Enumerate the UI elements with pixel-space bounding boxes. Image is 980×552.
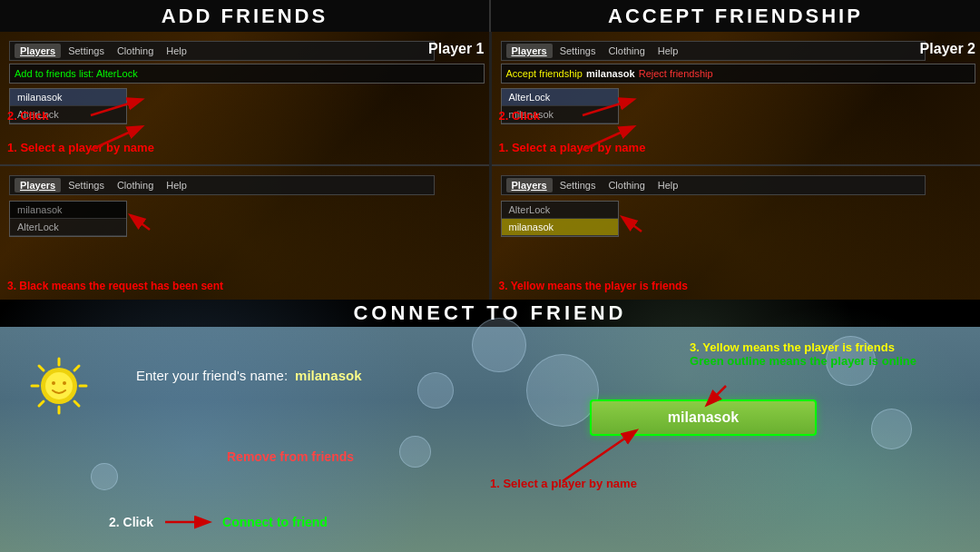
svg-line-16: [74, 366, 79, 370]
connect-btn-area: 2. Click Connect to friend: [109, 513, 328, 531]
menu-help-1b[interactable]: Help: [161, 178, 192, 192]
svg-line-14: [39, 366, 44, 370]
sun-svg: [27, 354, 91, 418]
step2-label-2: 2. Click: [499, 109, 541, 123]
step1-connect: 1. Select a player by name: [490, 477, 637, 490]
accept-action-bar: Accept friendship milanasok Reject frien…: [501, 64, 976, 84]
friend-player-button[interactable]: milanasok: [590, 399, 817, 436]
add-friends-menu-bar-2: Players Settings Clothing Help: [9, 175, 435, 195]
connect-to-friend-section: CONNECT TO FRIEND Enter your friend's na…: [0, 300, 980, 552]
menu-settings-1[interactable]: Settings: [63, 44, 110, 58]
accept-player-list-2: AlterLock milanasok: [501, 201, 619, 237]
svg-point-7: [45, 372, 73, 399]
menu-clothing-1b[interactable]: Clothing: [112, 178, 159, 192]
menu-clothing-2[interactable]: Clothing: [603, 44, 650, 58]
menu-settings-2[interactable]: Settings: [554, 44, 602, 58]
accept-friendship-link[interactable]: Accept friendship: [506, 68, 583, 79]
add-friends-player-list-2: milanasok AlterLock: [9, 201, 127, 237]
player-row-alterlock-2[interactable]: AlterLock: [10, 219, 126, 236]
svg-line-15: [74, 401, 79, 406]
accept-friendship-title: ACCEPT FRIENDSHIP: [608, 5, 863, 28]
menu-help-2[interactable]: Help: [652, 44, 684, 58]
player2-label: Player 2: [920, 41, 975, 57]
top-section: ADD FRIENDS ACCEPT FRIENDSHIP Players Se…: [0, 0, 980, 300]
svg-line-20: [563, 431, 635, 481]
bubble-1: [472, 318, 526, 372]
menu-players-1[interactable]: Players: [15, 44, 61, 58]
menu-help-2b[interactable]: Help: [652, 178, 684, 192]
friend-player-name: milanasok: [668, 409, 739, 426]
sun-icon: [27, 354, 91, 418]
menu-settings-1b[interactable]: Settings: [63, 178, 110, 192]
bubble-6: [871, 409, 912, 449]
step1-label-1: 1. Select a player by name: [7, 141, 154, 154]
add-friends-menu-bar: Players Settings Clothing Help: [9, 41, 435, 61]
step3-label-2: 3. Yellow means the player is friends: [499, 280, 689, 292]
add-to-friends-link[interactable]: Add to friends list: AlterLock: [15, 68, 138, 79]
menu-clothing-2b[interactable]: Clothing: [603, 178, 650, 192]
note-area: 3. Yellow means the player is friends Gr…: [690, 340, 916, 368]
friend-input-area: Enter your friend's name: milanasok: [136, 368, 361, 383]
svg-point-9: [63, 381, 66, 385]
step1-label-2: 1. Select a player by name: [499, 141, 646, 154]
accept-menu-bar-2: Players Settings Clothing Help: [501, 175, 926, 195]
player1-label: Player 1: [428, 41, 484, 57]
note3b: Green outline means the player is online: [690, 354, 916, 368]
accept-friendship-panel: Players Settings Clothing Help Player 2 …: [492, 32, 981, 300]
menu-players-2b[interactable]: Players: [506, 178, 553, 192]
add-friends-title: ADD FRIENDS: [162, 5, 328, 28]
step3-label-1: 3. Black means the request has been sent: [7, 280, 223, 292]
add-friends-header: ADD FRIENDS: [0, 0, 489, 32]
add-friends-action-bar: Add to friends list: AlterLock: [9, 64, 485, 84]
step2-label-1: 2. Click: [7, 109, 49, 123]
player-row-milanasok-1[interactable]: milanasok: [10, 89, 126, 106]
friend-name-value: milanasok: [295, 368, 361, 383]
connect-to-friend-link[interactable]: Connect to friend: [222, 515, 328, 529]
bubble-7: [91, 463, 118, 490]
player-row-alterlock-2b[interactable]: AlterLock: [502, 202, 618, 219]
svg-line-2: [132, 216, 150, 230]
accept-friendship-header: ACCEPT FRIENDSHIP: [491, 0, 980, 32]
bubble-3: [526, 354, 599, 427]
accept-menu-bar: Players Settings Clothing Help: [501, 41, 926, 61]
connect-arrow: [161, 513, 215, 531]
menu-clothing-1[interactable]: Clothing: [112, 44, 159, 58]
player-row-milanasok-2[interactable]: milanasok: [10, 202, 126, 219]
step2-connect-label: 2. Click: [109, 515, 153, 529]
remove-friends-label: Remove from friends: [227, 449, 354, 464]
accept-player-name: milanasok: [586, 68, 635, 79]
friend-input-label: Enter your friend's name:: [136, 368, 288, 383]
bubble-2: [417, 372, 454, 409]
add-friends-panel: Players Settings Clothing Help Player 1 …: [0, 32, 489, 300]
reject-friendship-link[interactable]: Reject friendship: [639, 68, 713, 79]
menu-players-2[interactable]: Players: [506, 44, 553, 58]
player-row-alterlock-acc[interactable]: AlterLock: [502, 89, 618, 106]
player-row-milanasok-yellow[interactable]: milanasok: [502, 219, 618, 236]
menu-help-1[interactable]: Help: [161, 44, 192, 58]
menu-settings-2b[interactable]: Settings: [554, 178, 602, 192]
panels-content: Players Settings Clothing Help Player 1 …: [0, 32, 980, 300]
note3a: 3. Yellow means the player is friends: [690, 340, 916, 354]
svg-line-17: [39, 401, 44, 406]
svg-line-5: [623, 218, 642, 232]
bubble-4: [399, 436, 431, 468]
menu-players-1b[interactable]: Players: [15, 178, 61, 192]
section-headers: ADD FRIENDS ACCEPT FRIENDSHIP: [0, 0, 980, 32]
svg-point-8: [52, 381, 55, 385]
